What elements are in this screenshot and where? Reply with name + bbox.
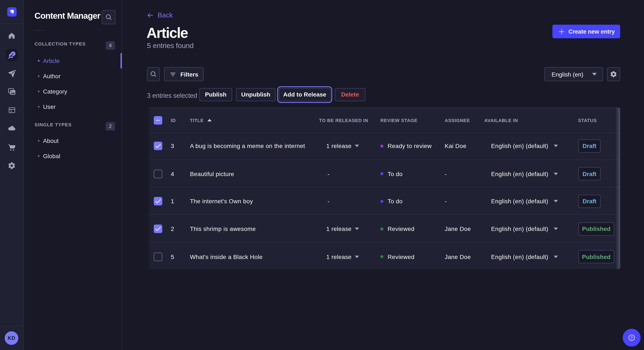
svg-text:?: ? [630, 336, 633, 340]
